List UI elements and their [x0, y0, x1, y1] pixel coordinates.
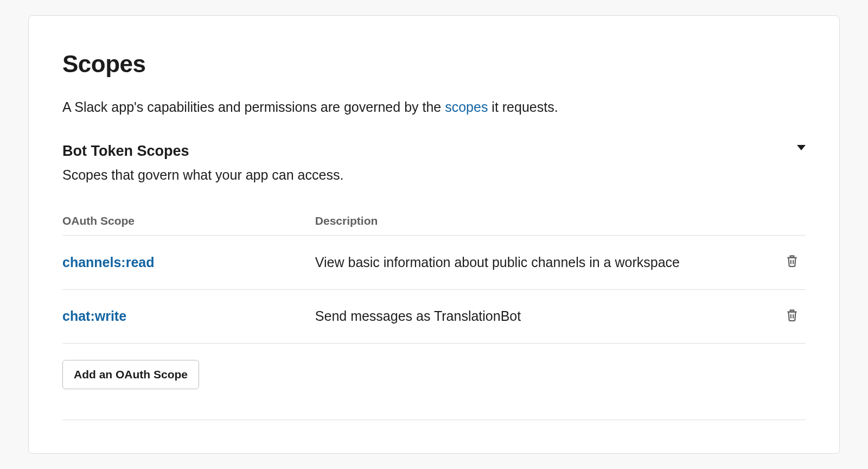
scope-description: Send messages as TranslationBot — [315, 289, 746, 344]
trash-icon — [785, 307, 799, 322]
bot-scopes-subtitle: Scopes that govern what your app can acc… — [62, 167, 806, 183]
delete-scope-button[interactable] — [783, 251, 801, 270]
scope-description: View basic information about public chan… — [315, 236, 746, 290]
column-header-description: Description — [315, 207, 746, 236]
table-row: channels:read View basic information abo… — [62, 236, 806, 290]
intro-prefix: A Slack app's capabilities and permissio… — [62, 99, 445, 115]
scopes-link[interactable]: scopes — [445, 99, 488, 115]
bot-scopes-header: Bot Token Scopes — [62, 143, 806, 163]
scope-link[interactable]: chat:write — [62, 308, 126, 324]
column-header-actions — [746, 207, 806, 236]
scopes-card: Scopes A Slack app's capabilities and pe… — [28, 15, 840, 454]
add-oauth-scope-button[interactable]: Add an OAuth Scope — [62, 360, 199, 389]
intro-text: A Slack app's capabilities and permissio… — [62, 97, 806, 117]
delete-scope-button[interactable] — [783, 305, 801, 325]
section-divider — [62, 420, 806, 420]
bot-scopes-table: OAuth Scope Description channels:read Vi… — [62, 207, 806, 344]
scope-link[interactable]: channels:read — [62, 255, 155, 270]
trash-icon — [785, 253, 799, 268]
column-header-scope: OAuth Scope — [62, 207, 315, 236]
page-title: Scopes — [62, 50, 806, 78]
intro-suffix: it requests. — [488, 99, 558, 115]
caret-down-icon[interactable] — [797, 145, 806, 150]
bot-scopes-title: Bot Token Scopes — [62, 143, 189, 160]
table-row: chat:write Send messages as TranslationB… — [62, 289, 806, 344]
